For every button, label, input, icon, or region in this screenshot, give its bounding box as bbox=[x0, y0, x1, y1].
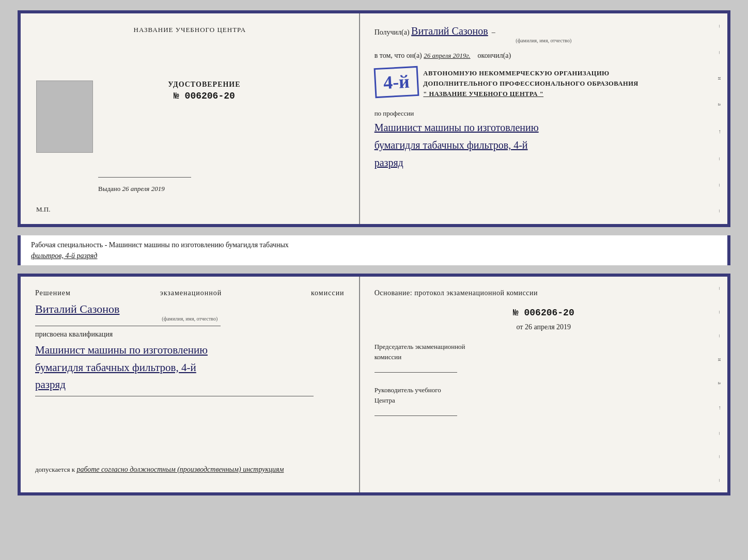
fio-hint-bottom: (фамилия, имя, отчество) bbox=[35, 316, 345, 322]
udostoverenie-block: УДОСТОВЕРЕНИЕ № 006206-20 bbox=[168, 81, 240, 101]
ot-label: от bbox=[517, 323, 523, 331]
kvalif-line1: Машинист машины по изготовлению bbox=[35, 342, 345, 359]
photo-placeholder bbox=[36, 81, 93, 153]
dopuskaetsya-prefix: допускается к bbox=[35, 466, 75, 473]
bottom-doc-left: Решением экзаменационной комиссии Витали… bbox=[21, 277, 360, 492]
prof-line3: разряд bbox=[375, 155, 713, 170]
mp-label: М.П. bbox=[36, 205, 50, 214]
prof-line1: Машинист машины по изготовлению bbox=[375, 120, 713, 135]
avt-line3: " НАЗВАНИЕ УЧЕБНОГО ЦЕНТРА " bbox=[423, 89, 638, 99]
udostoverenie-number: № 006206-20 bbox=[168, 91, 240, 101]
kvalif-line3: разряд bbox=[35, 376, 345, 394]
top-doc-left: НАЗВАНИЕ УЧЕБНОГО ЦЕНТРА УДОСТОВЕРЕНИЕ №… bbox=[21, 13, 360, 224]
vtom-line: в том, что он(а) 26 апреля 2019г. окончи… bbox=[375, 52, 713, 60]
proto-number: № 006206-20 bbox=[375, 308, 713, 318]
okonchil-text: окончил(а) bbox=[478, 52, 511, 59]
training-center-label: НАЗВАНИЕ УЧЕБНОГО ЦЕНТРА bbox=[134, 26, 246, 34]
rukovoditel-block: Руководитель учебного Центра bbox=[375, 385, 713, 416]
separator-prefix: Рабочая специальность - Машинист машины … bbox=[31, 241, 289, 249]
top-doc-right: Получил(а) Виталий Сазонов – (фамилия, и… bbox=[360, 13, 727, 224]
vydano-line: Выдано 26 апреля 2019 bbox=[98, 185, 165, 193]
avt-line2: ДОПОЛНИТЕЛЬНОГО ПРОФЕССИОНАЛЬНОГО ОБРАЗО… bbox=[423, 78, 638, 89]
resheniem-title: Решением экзаменационной комиссии bbox=[35, 289, 345, 297]
separator-text: Рабочая специальность - Машинист машины … bbox=[18, 235, 730, 265]
predsedatel-line1: Председатель экзаменационной bbox=[375, 342, 713, 352]
dash-top: – bbox=[490, 28, 495, 36]
ot-date-value: 26 апреля 2019 bbox=[525, 323, 571, 331]
avt-block: АВТОНОМНУЮ НЕКОММЕРЧЕСКУЮ ОРГАНИЗАЦИЮ ДО… bbox=[423, 68, 638, 99]
kvalif-line2: бумагидля табачных фильтров, 4-й bbox=[35, 359, 345, 377]
dopuskaetsya-italic: работе согласно должностным (производств… bbox=[76, 466, 284, 473]
prisvoena-text: присвоена квалификация bbox=[35, 330, 345, 339]
stamp-number: 4-й bbox=[383, 72, 410, 92]
separator-underline: фильтров, 4-й разряд bbox=[31, 252, 97, 260]
vtom-text: в том, что он(а) bbox=[375, 52, 422, 59]
predsedatel-sign-line bbox=[375, 372, 457, 373]
recipient-name: Виталий Сазонов bbox=[411, 25, 488, 37]
po-professii-label: по профессии bbox=[375, 109, 713, 118]
side-decor-bottom: – – – и а ← – – – bbox=[716, 277, 724, 492]
avt-line1: АВТОНОМНУЮ НЕКОММЕРЧЕСКУЮ ОРГАНИЗАЦИЮ bbox=[423, 68, 638, 78]
side-decor-top: – – и а ← – – – bbox=[716, 13, 724, 224]
rukovoditel-line1: Руководитель учебного bbox=[375, 385, 713, 395]
vydano-label: Выдано bbox=[98, 185, 120, 193]
rukovoditel-sign-line bbox=[375, 415, 457, 416]
ot-date: от 26 апреля 2019 bbox=[375, 323, 713, 331]
predsedatel-line2: комиссии bbox=[375, 352, 713, 362]
person-name: Виталий Сазонов bbox=[35, 302, 345, 316]
udostoverenie-title: УДОСТОВЕРЕНИЕ bbox=[168, 81, 240, 89]
stamp-block: 4-й bbox=[373, 66, 419, 98]
osnovanie-title: Основание: протокол экзаменационной коми… bbox=[375, 289, 713, 297]
top-document: НАЗВАНИЕ УЧЕБНОГО ЦЕНТРА УДОСТОВЕРЕНИЕ №… bbox=[18, 10, 730, 227]
vydano-date: 26 апреля 2019 bbox=[122, 185, 165, 193]
fio-hint: (фамилия, имя, отчество) bbox=[375, 37, 713, 44]
date-inline: 26 апреля 2019г. bbox=[424, 52, 470, 59]
predsedatel-block: Председатель экзаменационной комиссии bbox=[375, 342, 713, 373]
rukovoditel-line2: Центра bbox=[375, 395, 713, 406]
received-line: Получил(а) Виталий Сазонов – (фамилия, и… bbox=[375, 24, 713, 44]
bottom-doc-right: Основание: протокол экзаменационной коми… bbox=[360, 277, 727, 492]
prof-line2: бумагидля табачных фильтров, 4-й bbox=[375, 137, 713, 153]
signature-line-top bbox=[98, 177, 191, 178]
bottom-document: Решением экзаменационной комиссии Витали… bbox=[18, 274, 730, 495]
poluchil-prefix: Получил(а) bbox=[375, 28, 410, 36]
dopuskaetsya-line: допускается к работе согласно должностны… bbox=[35, 466, 345, 474]
